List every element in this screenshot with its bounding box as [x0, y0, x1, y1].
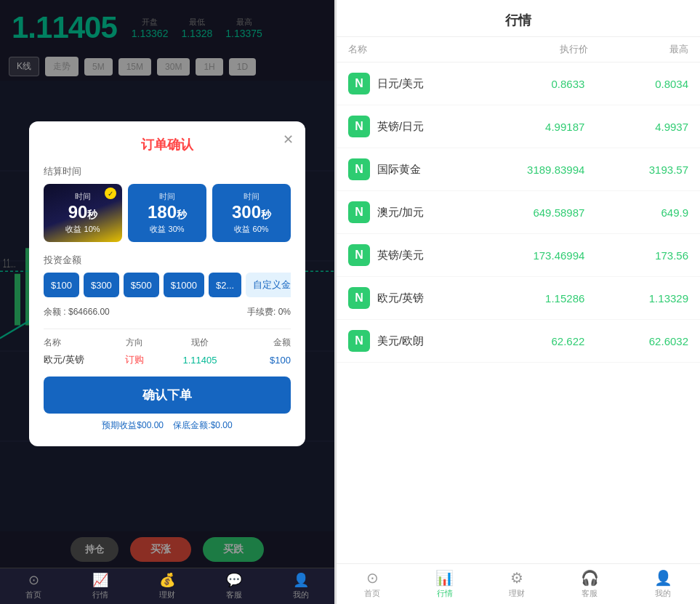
- high-price-aud-cad: 649.9: [584, 206, 688, 219]
- market-item-gbp-jpy[interactable]: N 英镑/日元 4.99187 4.9937: [337, 105, 700, 148]
- right-nav-market-label: 行情: [437, 588, 453, 599]
- market-icon-aud-cad: N: [348, 201, 370, 223]
- right-nav-mine[interactable]: 👤 我的: [654, 569, 672, 599]
- market-icon-usd-eur: N: [348, 330, 370, 352]
- exec-price-gbp-usd: 173.46994: [481, 249, 585, 262]
- amount-2[interactable]: $2...: [209, 273, 241, 297]
- right-panel: 行情 名称 执行价 最高 N 日元/美元 0.8633 0.8034 N 英镑/…: [337, 0, 700, 604]
- amount-1000[interactable]: $1000: [164, 273, 204, 297]
- right-nav: ⊙ 首页 📊 行情 ⚙ 理财 🎧 客服 👤 我的: [337, 563, 700, 604]
- order-price: 1.11405: [174, 355, 225, 366]
- order-direction: 订购: [109, 353, 160, 366]
- market-col-headers: 名称 执行价 最高: [337, 37, 700, 63]
- modal-overlay: ✕ 订单确认 结算时间 时间 90秒 收益 10% ✓ 时间 180秒 收益 3…: [0, 0, 334, 568]
- mine-icon: 👤: [293, 572, 309, 588]
- pair-name-gbp-usd: 英镑/美元: [377, 249, 481, 262]
- left-nav-market-label: 行情: [92, 589, 108, 600]
- order-pair: 欧元/英镑: [44, 353, 94, 366]
- amount-500[interactable]: $500: [124, 273, 159, 297]
- left-nav-home-label: 首页: [25, 589, 41, 600]
- amount-300[interactable]: $300: [84, 273, 119, 297]
- market-icon-eur-gbp: N: [348, 287, 370, 309]
- exec-price-gold: 3189.83994: [481, 164, 585, 176]
- exec-price-gbp-jpy: 4.99187: [481, 121, 585, 133]
- left-nav-mine-label: 我的: [293, 589, 309, 600]
- market-item-gbp-usd[interactable]: N 英镑/美元 173.46994 173.56: [337, 234, 700, 277]
- market-title: 行情: [337, 0, 700, 37]
- pair-name-aud-cad: 澳元/加元: [377, 206, 481, 220]
- right-nav-home-label: 首页: [364, 588, 380, 599]
- market-icon-gbp-usd: N: [348, 244, 370, 266]
- left-panel: 1.11405 开盘 1.13362 最低 1.1328 最高 1.13375 …: [0, 0, 334, 604]
- col-header-direction: 方向: [109, 337, 160, 349]
- high-price-jpy-usd: 0.8034: [584, 78, 688, 90]
- market-icon-gold: N: [348, 158, 370, 180]
- pair-name-gbp-jpy: 英镑/日元: [377, 120, 481, 134]
- left-nav: ⊙ 首页 📈 行情 💰 理财 💬 客服 👤 我的: [0, 568, 334, 604]
- left-nav-service[interactable]: 💬 客服: [226, 572, 242, 600]
- market-item-gold[interactable]: N 国际黄金 3189.83994 3193.57: [337, 148, 700, 191]
- order-info: 名称 方向 现价 金额 欧元/英镑 订购 1.11405 $100: [44, 329, 291, 366]
- settlement-label: 结算时间: [44, 165, 291, 178]
- right-service-icon: 🎧: [581, 569, 599, 587]
- left-nav-mine[interactable]: 👤 我的: [293, 572, 309, 600]
- high-price-eur-gbp: 1.13329: [584, 292, 688, 305]
- left-nav-finance[interactable]: 💰 理财: [159, 572, 175, 600]
- high-price-usd-eur: 62.6032: [584, 335, 688, 347]
- finance-icon: 💰: [159, 572, 175, 588]
- close-button[interactable]: ✕: [283, 132, 294, 148]
- right-nav-mine-label: 我的: [655, 588, 671, 599]
- time-options: 时间 90秒 收益 10% ✓ 时间 180秒 收益 30% 时间 300秒 收…: [44, 184, 291, 242]
- right-finance-icon: ⚙: [510, 569, 523, 587]
- market-item-aud-cad[interactable]: N 澳元/加元 649.58987 649.9: [337, 191, 700, 234]
- market-item-usd-eur[interactable]: N 美元/欧朗 62.622 62.6032: [337, 320, 700, 363]
- amount-options: $100 $300 $500 $1000 $2... 自定义金额: [44, 273, 291, 297]
- right-home-icon: ⊙: [366, 569, 379, 587]
- right-nav-service[interactable]: 🎧 客服: [581, 569, 599, 599]
- market-item-eur-gbp[interactable]: N 欧元/英镑 1.15286 1.13329: [337, 277, 700, 320]
- right-nav-finance-label: 理财: [509, 588, 525, 599]
- order-data-row: 欧元/英镑 订购 1.11405 $100: [44, 353, 291, 366]
- amount-100[interactable]: $100: [44, 273, 79, 297]
- exec-price-usd-eur: 62.622: [481, 335, 585, 347]
- high-price-gbp-jpy: 4.9937: [584, 121, 688, 133]
- modal-footer: 预期收益$00.00 保底金额:$0.00: [44, 419, 291, 432]
- col-header-amount: 金额: [240, 337, 291, 349]
- time-option-180s[interactable]: 时间 180秒 收益 30%: [128, 184, 206, 242]
- guaranteed-amount: 保底金额:$0.00: [173, 420, 232, 430]
- market-item-jpy-usd[interactable]: N 日元/美元 0.8633 0.8034: [337, 63, 700, 105]
- confirm-order-button[interactable]: 确认下单: [44, 377, 291, 414]
- left-nav-home[interactable]: ⊙ 首页: [25, 572, 41, 600]
- high-price-gbp-usd: 173.56: [584, 249, 688, 262]
- order-confirm-modal: ✕ 订单确认 结算时间 时间 90秒 收益 10% ✓ 时间 180秒 收益 3…: [29, 121, 305, 446]
- time-option-300s[interactable]: 时间 300秒 收益 60%: [212, 184, 291, 242]
- order-headers: 名称 方向 现价 金额: [44, 337, 291, 349]
- amount-label: 投资金额: [44, 254, 291, 267]
- col-high-header: 最高: [588, 43, 688, 56]
- market-list: N 日元/美元 0.8633 0.8034 N 英镑/日元 4.99187 4.…: [337, 63, 700, 563]
- modal-title: 订单确认: [44, 136, 291, 153]
- balance-label: 余额 : $64666.00: [44, 306, 110, 318]
- col-header-name: 名称: [44, 337, 94, 349]
- market-icon-jpy-usd: N: [348, 73, 370, 94]
- balance-row: 余额 : $64666.00 手续费: 0%: [44, 306, 291, 318]
- right-nav-home[interactable]: ⊙ 首页: [364, 569, 380, 599]
- col-exec-header: 执行价: [488, 43, 589, 56]
- fee-label: 手续费: 0%: [247, 306, 291, 318]
- market-icon-gbp-jpy: N: [348, 116, 370, 137]
- col-name-header: 名称: [348, 43, 488, 56]
- right-market-icon: 📊: [435, 569, 454, 587]
- pair-name-gold: 国际黄金: [377, 163, 481, 177]
- right-nav-market[interactable]: 📊 行情: [435, 569, 454, 599]
- left-nav-market[interactable]: 📈 行情: [92, 572, 108, 600]
- col-header-price: 现价: [174, 337, 225, 349]
- time-option-90s[interactable]: 时间 90秒 收益 10% ✓: [44, 184, 122, 242]
- custom-amount-btn[interactable]: 自定义金额: [246, 273, 291, 297]
- exec-price-aud-cad: 649.58987: [481, 206, 585, 219]
- service-icon: 💬: [226, 572, 242, 588]
- exec-price-jpy-usd: 0.8633: [481, 78, 585, 90]
- market-icon: 📈: [92, 572, 108, 588]
- right-nav-finance[interactable]: ⚙ 理财: [509, 569, 525, 599]
- exec-price-eur-gbp: 1.15286: [481, 292, 585, 305]
- high-price-gold: 3193.57: [584, 164, 688, 176]
